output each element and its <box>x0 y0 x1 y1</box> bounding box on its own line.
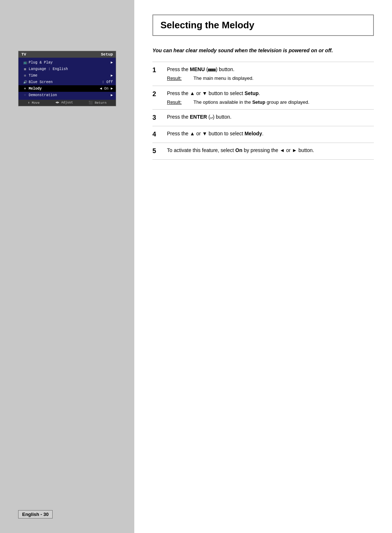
step-1-main: Press the MENU (▦▦▦) button. <box>167 66 374 73</box>
step-4: 4 Press the ▲ or ▼ button to select Melo… <box>152 126 374 143</box>
menu-row-blue-screen: 🔊 Blue Screen : Off <box>19 79 116 85</box>
title-box: Selecting the Melody <box>152 15 374 36</box>
menu-row-melody: ✖ Melody ◄ On ► <box>19 85 116 92</box>
step-4-number: 4 <box>152 131 163 138</box>
step-2-main: Press the ▲ or ▼ button to select Setup. <box>167 90 374 97</box>
menu-screenshot: TV Setup 📺 Plug & Play ▶ ▦ Language : En… <box>18 51 116 106</box>
step-1: 1 Press the MENU (▦▦▦) button. Result: T… <box>152 62 374 86</box>
menu-row-time: ⊞ Time ▶ <box>19 72 116 79</box>
step-2-result-label: Result: <box>167 99 191 106</box>
step-4-content: Press the ▲ or ▼ button to select Melody… <box>167 130 374 139</box>
menu-row-plug-play: 📺 Plug & Play ▶ <box>19 59 116 66</box>
demonstration-icon: ⁘ <box>21 93 29 97</box>
melody-icon: ✖ <box>21 87 29 91</box>
step-1-content: Press the MENU (▦▦▦) button. Result: The… <box>167 66 374 82</box>
menu-footer: ⬆ Move ◄► Adjust ⬛ Return <box>19 100 116 106</box>
blue-screen-icon: 🔊 <box>21 80 29 84</box>
step-3-content: Press the ENTER (↵) button. <box>167 113 374 122</box>
step-4-main: Press the ▲ or ▼ button to select Melody… <box>167 130 374 138</box>
menu-header-left: TV <box>21 52 26 57</box>
plug-play-icon: 📺 <box>21 61 29 65</box>
step-2-number: 2 <box>152 90 163 98</box>
menu-row-language: ▦ Language : English <box>19 66 116 72</box>
menu-row-demonstration: ⁘ Demonstration ▶ <box>19 92 116 98</box>
step-3: 3 Press the ENTER (↵) button. <box>152 110 374 126</box>
left-panel: TV Setup 📺 Plug & Play ▶ ▦ Language : En… <box>0 0 134 533</box>
step-3-main: Press the ENTER (↵) button. <box>167 113 374 121</box>
step-1-result-label: Result: <box>167 75 191 82</box>
menu-footer-move: ⬆ Move <box>28 101 40 105</box>
menu-header: TV Setup <box>19 51 116 58</box>
menu-body: 📺 Plug & Play ▶ ▦ Language : English ⊞ T… <box>19 58 116 100</box>
right-panel: Selecting the Melody You can hear clear … <box>134 0 392 533</box>
page-number: English - 30 <box>18 510 53 518</box>
page-title: Selecting the Melody <box>160 20 366 31</box>
step-2-content: Press the ▲ or ▼ button to select Setup.… <box>167 90 374 106</box>
step-1-number: 1 <box>152 66 163 74</box>
step-5-content: To activate this feature, select On by p… <box>167 147 374 156</box>
step-5-main: To activate this feature, select On by p… <box>167 147 374 154</box>
step-2-result-text: The options available in the Setup group… <box>193 99 374 106</box>
step-2: 2 Press the ▲ or ▼ button to select Setu… <box>152 86 374 110</box>
language-icon: ▦ <box>21 67 29 71</box>
menu-header-right: Setup <box>101 52 113 57</box>
step-5: 5 To activate this feature, select On by… <box>152 143 374 160</box>
step-3-number: 3 <box>152 114 163 122</box>
menu-footer-return: ⬛ Return <box>89 101 106 105</box>
page-subtitle: You can hear clear melody sound when the… <box>152 47 374 54</box>
time-icon: ⊞ <box>21 74 29 78</box>
step-1-result: Result: The main menu is displayed. <box>167 75 374 82</box>
steps-container: 1 Press the MENU (▦▦▦) button. Result: T… <box>152 62 374 160</box>
step-1-result-text: The main menu is displayed. <box>193 75 374 82</box>
menu-footer-adjust: ◄► Adjust <box>56 101 73 105</box>
step-2-result: Result: The options available in the Set… <box>167 99 374 106</box>
step-5-number: 5 <box>152 147 163 155</box>
